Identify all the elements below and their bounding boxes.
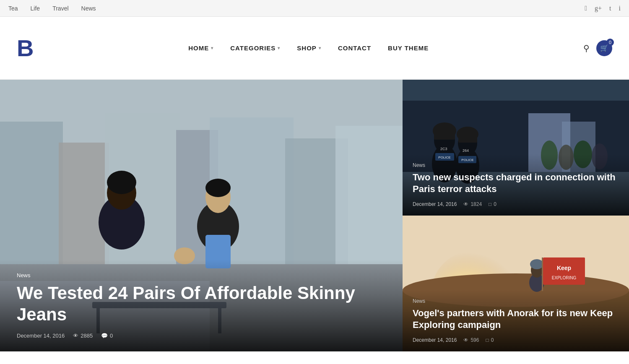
- nav-buy-theme[interactable]: BUY THEME: [388, 44, 429, 52]
- sidebar-article-2[interactable]: Keep EXPLORING News Vogel's partners wit…: [403, 216, 629, 351]
- sidebar-comments-2: □ 0: [486, 337, 494, 343]
- facebook-icon[interactable]: : [585, 5, 587, 12]
- featured-meta: December 14, 2016 👁 2885 💬 0: [17, 333, 386, 339]
- nav-shop[interactable]: SHOP ▾: [297, 44, 321, 52]
- sidebar-title-2: Vogel's partners with Anorak for its new…: [413, 307, 619, 331]
- sidebar-article-1[interactable]: POLICE POLICE 2C3 264: [403, 80, 629, 216]
- main-content: News We Tested 24 Pairs Of Affordable Sk…: [0, 80, 629, 351]
- top-bar: Tea Life Travel News  g+ t i: [0, 0, 629, 17]
- svg-text:264: 264: [463, 148, 469, 153]
- google-plus-icon[interactable]: g+: [595, 5, 602, 12]
- sidebar-title-1: Two new suspects charged in connection w…: [413, 172, 619, 195]
- sidebar-comments-1: □ 0: [489, 201, 496, 207]
- featured-title: We Tested 24 Pairs Of Affordable Skinny …: [17, 283, 386, 325]
- comment-icon: 💬: [101, 333, 108, 339]
- featured-article[interactable]: News We Tested 24 Pairs Of Affordable Sk…: [0, 80, 403, 351]
- sidebar-overlay-2: News Vogel's partners with Anorak for it…: [403, 290, 629, 351]
- chevron-down-icon: ▾: [278, 46, 280, 50]
- twitter-icon[interactable]: t: [609, 5, 611, 12]
- main-nav: HOME ▾ CATEGORIES ▾ SHOP ▾ CONTACT BUY T…: [188, 44, 429, 52]
- comment-icon: □: [489, 201, 491, 207]
- sidebar-category-2: News: [413, 298, 619, 304]
- eye-icon: 👁: [73, 333, 78, 339]
- svg-text:EXPLORING: EXPLORING: [552, 276, 577, 280]
- eye-icon: 👁: [463, 337, 468, 343]
- featured-views: 👁 2885: [73, 333, 93, 339]
- nav-contact[interactable]: CONTACT: [338, 44, 371, 52]
- sidebar-views-1: 👁 1824: [463, 201, 482, 207]
- sidebar-views-2: 👁 596: [463, 337, 479, 343]
- svg-point-15: [107, 171, 136, 194]
- svg-rect-52: [542, 257, 543, 291]
- nav-home[interactable]: HOME ▾: [188, 44, 213, 52]
- svg-rect-29: [434, 133, 455, 140]
- eye-icon: 👁: [463, 201, 468, 207]
- chevron-down-icon: ▾: [211, 46, 213, 50]
- svg-point-19: [205, 179, 231, 197]
- comment-icon: □: [486, 337, 489, 343]
- featured-category: News: [17, 272, 386, 278]
- top-link-travel[interactable]: Travel: [52, 5, 68, 12]
- top-link-life[interactable]: Life: [31, 5, 40, 12]
- chevron-down-icon: ▾: [319, 46, 321, 50]
- top-link-news[interactable]: News: [81, 5, 96, 12]
- top-link-tea[interactable]: Tea: [8, 5, 18, 12]
- cart-badge: 0: [606, 39, 614, 46]
- sidebar-overlay-1: News Two new suspects charged in connect…: [403, 154, 629, 216]
- header: B HOME ▾ CATEGORIES ▾ SHOP ▾ CONTACT BUY…: [0, 17, 629, 80]
- sidebar-category-1: News: [413, 162, 619, 168]
- sidebar-meta-1: December 14, 2016 👁 1824 □ 0: [413, 201, 619, 207]
- top-bar-links: Tea Life Travel News: [8, 5, 96, 12]
- cart-button[interactable]: 🛒 0: [596, 40, 612, 56]
- featured-date: December 14, 2016: [17, 333, 65, 339]
- svg-rect-35: [458, 137, 477, 143]
- nav-categories[interactable]: CATEGORIES ▾: [230, 44, 280, 52]
- sidebar-date-1: December 14, 2016: [413, 201, 457, 207]
- svg-text:2C3: 2C3: [440, 147, 447, 151]
- svg-point-51: [530, 259, 543, 269]
- featured-comments: 💬 0: [101, 333, 113, 339]
- site-logo[interactable]: B: [17, 36, 34, 60]
- sidebar-date-2: December 14, 2016: [413, 337, 457, 343]
- nav-icons: ⚲ 🛒 0: [583, 40, 612, 56]
- search-icon[interactable]: ⚲: [583, 43, 590, 53]
- sidebar-meta-2: December 14, 2016 👁 596 □ 0: [413, 337, 619, 343]
- cart-icon: 🛒: [600, 44, 608, 52]
- top-bar-social:  g+ t i: [585, 5, 621, 12]
- svg-text:Keep: Keep: [557, 265, 571, 271]
- featured-overlay: News We Tested 24 Pairs Of Affordable Sk…: [0, 260, 403, 351]
- instagram-icon[interactable]: i: [619, 5, 621, 12]
- sidebar-articles: POLICE POLICE 2C3 264: [403, 80, 629, 351]
